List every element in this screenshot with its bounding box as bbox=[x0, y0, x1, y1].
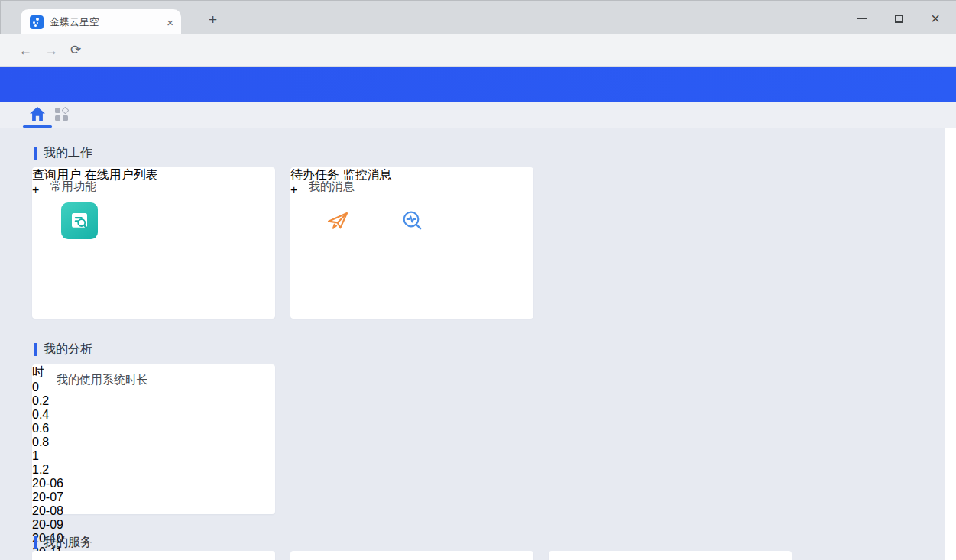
page-tab-bar bbox=[0, 102, 956, 128]
y-tick-label: 0.4 bbox=[32, 408, 275, 422]
y-tick-label: 0.8 bbox=[32, 435, 275, 449]
x-tick-label: 20-07 bbox=[32, 490, 275, 504]
todo-task-icon[interactable] bbox=[319, 202, 356, 239]
app-header: 金蝶云 星空 企业版 蓝海机械演示 注销 bbox=[0, 67, 956, 102]
section-title: 我的分析 bbox=[44, 342, 92, 358]
query-user-icon[interactable] bbox=[61, 202, 98, 239]
window-minimize-button[interactable] bbox=[851, 8, 873, 28]
tab-close-icon[interactable]: × bbox=[167, 17, 173, 28]
section-bar bbox=[34, 343, 37, 356]
y-tick-label: 0.6 bbox=[32, 422, 275, 435]
y-axis-label: 时 bbox=[32, 365, 44, 378]
messages-card: 我的消息 待办任务 监控消息 + bbox=[290, 167, 533, 319]
x-tick-label: 20-06 bbox=[32, 477, 275, 490]
section-my-work: 我的工作 bbox=[34, 145, 92, 161]
browser-tab[interactable]: 金蝶云星空 × bbox=[21, 9, 181, 35]
window-close-button[interactable]: × bbox=[924, 8, 947, 28]
x-tick-label: 20-08 bbox=[32, 504, 275, 518]
chart-title: 我的使用系统时长 bbox=[57, 373, 148, 387]
home-tab-icon[interactable] bbox=[29, 106, 46, 125]
card-title: 常用功能 bbox=[50, 180, 96, 194]
usage-chart-card: 我的使用系统时长 时 00.20.40.60.811.220-0620-0720… bbox=[32, 364, 275, 514]
browser-window: 金蝶云星空 × + × ← → ⟳ ⚠ 不安全 172.23.3.207:750… bbox=[0, 0, 956, 560]
reload-icon[interactable]: ⟳ bbox=[70, 42, 81, 59]
section-bar bbox=[34, 536, 37, 549]
kingdee-favicon bbox=[30, 15, 44, 29]
section-my-service: 我的服务 bbox=[34, 535, 92, 551]
main-content: 我的工作 常用功能 查询用户 在线用户列表 + 我的消息 待办任务 bbox=[0, 128, 945, 560]
card-title: 我的消息 bbox=[309, 180, 355, 194]
y-tick-label: 1.2 bbox=[32, 463, 275, 477]
back-icon[interactable]: ← bbox=[18, 42, 32, 59]
active-tab-underline bbox=[23, 125, 52, 128]
forward-icon[interactable]: → bbox=[44, 42, 58, 59]
monitor-message-icon[interactable] bbox=[394, 202, 431, 239]
section-title: 我的服务 bbox=[44, 535, 92, 551]
section-bar bbox=[34, 147, 37, 160]
new-tab-button[interactable]: + bbox=[209, 11, 217, 28]
section-title: 我的工作 bbox=[44, 145, 92, 161]
service-card bbox=[32, 551, 275, 560]
window-maximize-button[interactable] bbox=[887, 8, 910, 28]
browser-toolbar: ← → ⟳ ⚠ 不安全 172.23.3.207:750/k3cloud/htm… bbox=[0, 34, 956, 67]
service-card bbox=[290, 551, 533, 560]
section-my-analysis: 我的分析 bbox=[34, 342, 92, 358]
x-tick-label: 20-09 bbox=[32, 518, 275, 532]
online-user-list-icon[interactable] bbox=[136, 202, 173, 239]
usage-line-chart: 时 00.20.40.60.811.220-0620-0720-0820-092… bbox=[32, 364, 275, 559]
tab-title: 金蝶云星空 bbox=[50, 15, 162, 29]
browser-titlebar: 金蝶云星空 × + × bbox=[0, 0, 956, 34]
common-functions-card: 常用功能 查询用户 在线用户列表 + bbox=[32, 167, 275, 319]
y-tick-label: 0.2 bbox=[32, 394, 275, 408]
service-card bbox=[549, 551, 792, 560]
apps-tab-icon[interactable] bbox=[55, 108, 69, 121]
y-tick-label: 1 bbox=[32, 449, 275, 463]
